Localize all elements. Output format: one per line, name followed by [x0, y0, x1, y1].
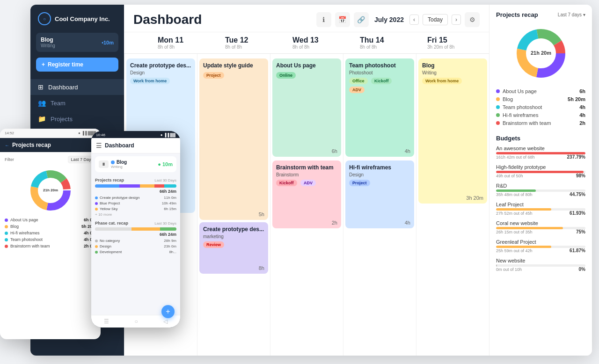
list-dot — [95, 208, 98, 211]
legend-list: About Us page 6h Blog 5h 20m Team photos… — [496, 88, 585, 128]
list-label: Development — [100, 250, 169, 254]
day-number: Thu 14 — [360, 36, 416, 44]
list-value: 6h 15m — [164, 207, 176, 211]
list-label: No category — [100, 239, 164, 243]
prev-month-button[interactable]: ‹ — [409, 15, 419, 25]
donut-chart: 21h 20m — [511, 23, 571, 84]
event-duration: 4h — [405, 148, 410, 154]
progress-segment — [119, 184, 140, 188]
event-card[interactable]: Brainstorm with team Brainstorm Kickoff … — [272, 160, 341, 228]
day-hours: 8h of 8h — [158, 44, 214, 50]
donut-total: 21h 20m — [530, 50, 551, 56]
phone-mockup: 10:46 ● ▐▐ ▓▓ ☰ Dashboard ⏸ Blog Writing… — [91, 131, 180, 328]
budget-pct: 44.75% — [570, 192, 585, 197]
event-tag: Project — [349, 180, 370, 186]
legend-dot — [5, 218, 8, 222]
phone-timer-value: ● 10m — [158, 161, 173, 167]
panel-filter[interactable]: Last 7 days ▾ — [558, 12, 585, 17]
phone-timer-row[interactable]: ⏸ Blog Writing ● 10m — [95, 156, 176, 172]
budget-pct: 237.79% — [567, 154, 585, 160]
phone-timer-left: ⏸ Blog Writing — [99, 160, 127, 169]
plus-icon: + — [42, 61, 45, 68]
back-nav-icon[interactable]: ◁ — [163, 318, 168, 325]
event-title: Create prototype des... — [130, 62, 191, 70]
day-header-mon: Mon 11 8h of 8h — [152, 32, 219, 53]
event-card[interactable]: Team photoshoot Photoshoot Office Kickof… — [345, 58, 414, 157]
calendar-icon-button[interactable]: 📅 — [335, 12, 350, 27]
progress-segment — [160, 227, 176, 231]
budget-detail: 25h 59m out of 42h 61.87% — [496, 248, 585, 253]
list-item: Create prototype design 11h 0m — [95, 196, 176, 200]
tablet-status-bar: 14:52 ● ▐▐ ▓▓▓ — [0, 129, 101, 138]
event-card[interactable]: About Us page Online 6h — [272, 58, 341, 157]
legend-value: 6h — [579, 88, 585, 94]
budget-name: High-fidelity prototype — [496, 164, 585, 170]
tablet-filter-row: Filter Last 7 Days — [5, 156, 96, 163]
budget-detail: 27h 52m out of 45h 61.93% — [496, 211, 585, 216]
add-fab-button[interactable]: + — [161, 305, 175, 318]
back-button[interactable]: ← — [5, 143, 9, 148]
settings-icon-button[interactable]: ⚙ — [465, 12, 480, 27]
budget-pct: 61.87% — [570, 248, 585, 253]
tablet-donut: 21h 20m — [5, 167, 96, 214]
legend-label: Team photoshoot — [503, 104, 579, 110]
donut-chart-container: 21h 20m — [496, 23, 585, 84]
pause-button[interactable]: ⏸ — [99, 160, 109, 168]
event-subtitle: marketing — [203, 234, 264, 239]
day-number: Fri 15 — [427, 36, 483, 44]
budget-item: Leaf Project 27h 52m out of 45h 61.93% — [496, 202, 585, 216]
tablet-content: Filter Last 7 Days 21h 20m About Us page… — [0, 152, 101, 254]
budget-detail: 161h 42m out of 68h 237.79% — [496, 154, 585, 160]
list-label: Blue Project — [100, 201, 162, 205]
dashboard-icon: ⊞ — [38, 83, 44, 91]
event-subtitle: Writing — [422, 70, 483, 75]
legend-dot — [496, 105, 500, 109]
event-card[interactable]: Blog Writing Work from home 3h 20m — [418, 58, 487, 204]
register-time-button[interactable]: + Register time — [36, 58, 118, 72]
budget-meta: 49h out of 50h — [496, 174, 523, 178]
budget-detail: 49h out of 50h 98% — [496, 173, 585, 178]
event-card[interactable]: Create prototype des... marketing Review… — [199, 222, 268, 274]
section-title: Projects recap — [95, 178, 124, 182]
sidebar-item-team[interactable]: 👥 Team — [30, 95, 124, 111]
budget-meta: 26h 15m out of 35h — [496, 230, 533, 234]
event-duration: 6h — [332, 148, 337, 154]
tablet-legend-item: About Us page 6h 0m — [5, 218, 96, 222]
event-tag: Office — [349, 78, 368, 84]
legend-item: Team photoshoot 4h — [496, 104, 585, 110]
info-icon-button[interactable]: ℹ — [316, 12, 331, 27]
active-timer-card[interactable]: Blog Writing •10m — [36, 33, 118, 52]
event-card[interactable]: Update style guide Project 5h — [199, 58, 268, 220]
header-controls: ℹ 📅 🔗 July 2022 ‹ Today › ⚙ — [316, 12, 480, 27]
tablet-legend-item: Team photoshoot 4h 0m — [5, 237, 96, 242]
hamburger-icon[interactable]: ☰ — [96, 142, 102, 149]
phone-time: 10:46 — [96, 133, 105, 137]
day-header-tue: Tue 12 8h of 8h — [219, 32, 287, 53]
legend-dot — [5, 238, 8, 241]
progress-segment — [131, 227, 160, 231]
budget-pct: 61.93% — [570, 211, 585, 216]
day-col-wed: About Us page Online 6h Brainstorm with … — [270, 54, 343, 356]
chevron-down-icon: ▾ — [583, 12, 585, 17]
legend-dot — [5, 225, 8, 228]
sidebar-item-label: Dashboard — [48, 84, 78, 91]
legend-item: Brainstorm with team 2h — [496, 120, 585, 126]
event-tag: Review — [203, 241, 224, 248]
today-button[interactable]: Today — [423, 14, 448, 25]
list-item: Blue Project 10h 49m — [95, 201, 176, 205]
home-nav-icon[interactable]: ○ — [134, 318, 138, 325]
budget-name: Coral new website — [496, 220, 585, 226]
legend-label: Hi-fi wireframes — [503, 112, 579, 118]
budget-detail: 26h 15m out of 35h 75% — [496, 229, 585, 234]
next-month-button[interactable]: › — [452, 15, 461, 25]
sidebar-item-projects[interactable]: 📁 Projects — [30, 111, 124, 127]
legend-value: 4h — [579, 104, 585, 110]
budget-name: New website — [496, 258, 585, 263]
event-card[interactable]: Hi-fi wireframes Design Project 4h — [345, 160, 414, 228]
team-icon: 👥 — [38, 99, 46, 107]
sidebar-item-dashboard[interactable]: ⊞ Dashboard — [30, 79, 124, 95]
share-icon-button[interactable]: 🔗 — [354, 12, 369, 27]
hamburger-nav-icon[interactable]: ☰ — [104, 318, 109, 325]
budget-pct: 0% — [579, 267, 585, 272]
phone-phase-multi — [95, 227, 176, 231]
